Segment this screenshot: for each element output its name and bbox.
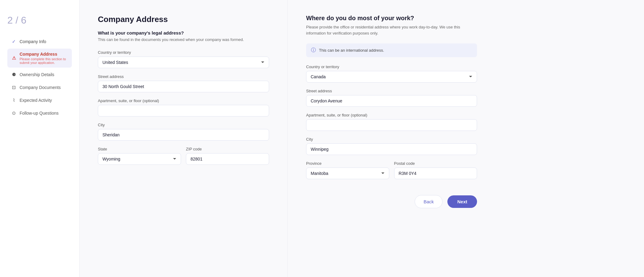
street-input[interactable]: [98, 81, 269, 92]
zip-input[interactable]: [186, 153, 269, 165]
back-button[interactable]: Back: [415, 195, 442, 208]
sidebar-item-company-documents[interactable]: ⊡Company Documents: [7, 82, 72, 93]
right-street-input[interactable]: [306, 95, 477, 107]
apt-label: Apartment, suite, or floor (optional): [98, 98, 269, 103]
right-apt-label: Apartment, suite, or floor (optional): [306, 113, 477, 117]
city-input[interactable]: [98, 129, 269, 141]
company-address-icon: ⚠: [11, 55, 17, 61]
right-country-label: Country or territory: [306, 65, 477, 69]
zip-group: ZIP code: [186, 147, 269, 165]
province-label: Province: [306, 161, 389, 166]
company-documents-label: Company Documents: [20, 85, 61, 90]
company-info-label: Company Info: [20, 39, 46, 44]
main-content: Company Address What is your company's l…: [80, 0, 644, 277]
ownership-details-label-group: Ownership Details: [20, 72, 54, 77]
form-subtitle: What is your company's legal address?: [98, 30, 269, 35]
country-label: Country or territory: [98, 50, 269, 55]
company-address-label-group: Company AddressPlease complete this sect…: [20, 52, 68, 65]
street-label: Street address: [98, 74, 269, 79]
right-country-select[interactable]: Canada: [306, 71, 477, 83]
company-documents-icon: ⊡: [11, 85, 17, 90]
info-icon: ⓘ: [311, 47, 316, 54]
next-button[interactable]: Next: [447, 195, 477, 208]
follow-up-questions-label: Follow-up Questions: [20, 111, 59, 116]
right-city-input[interactable]: [306, 143, 477, 155]
work-address-section: Where do you do most of your work? Pleas…: [287, 0, 495, 277]
ownership-details-icon: ⚈: [11, 72, 17, 77]
sidebar-item-follow-up-questions[interactable]: ⊙Follow-up Questions: [7, 107, 72, 119]
ownership-details-label: Ownership Details: [20, 72, 54, 77]
sidebar: 2 / 6 ✓Company Info⚠Company AddressPleas…: [0, 0, 80, 277]
right-street-label: Street address: [306, 89, 477, 93]
state-label: State: [98, 147, 181, 151]
info-text: This can be an international address.: [319, 48, 384, 53]
country-group: Country or territory United States: [98, 50, 269, 68]
city-group: City: [98, 123, 269, 141]
follow-up-questions-label-group: Follow-up Questions: [20, 111, 59, 116]
company-address-warning: Please complete this section to submit y…: [20, 57, 68, 65]
apt-input[interactable]: [98, 105, 269, 116]
company-info-label-group: Company Info: [20, 39, 46, 44]
country-select[interactable]: United States: [98, 57, 269, 68]
company-address-label: Company Address: [20, 52, 68, 57]
sidebar-item-company-address[interactable]: ⚠Company AddressPlease complete this sec…: [7, 49, 72, 68]
step-total: 6: [21, 15, 26, 26]
province-select[interactable]: Manitoba: [306, 168, 389, 179]
form-title: Company Address: [98, 15, 269, 24]
sidebar-item-ownership-details[interactable]: ⚈Ownership Details: [7, 69, 72, 80]
company-documents-label-group: Company Documents: [20, 85, 61, 90]
expected-activity-icon: ⌇: [11, 98, 17, 103]
postal-input[interactable]: [394, 168, 477, 179]
sidebar-item-expected-activity[interactable]: ⌇Expected Activity: [7, 94, 72, 106]
form-description: This can be found in the documents you r…: [98, 37, 269, 43]
sidebar-nav: ✓Company Info⚠Company AddressPlease comp…: [7, 36, 72, 119]
info-box: ⓘ This can be an international address.: [306, 43, 477, 57]
street-group: Street address: [98, 74, 269, 92]
province-postal-row: Province Manitoba Postal code: [306, 161, 477, 185]
step-current: 2: [7, 15, 13, 26]
state-zip-row: State Wyoming ZIP code: [98, 147, 269, 171]
state-select[interactable]: Wyoming: [98, 153, 181, 165]
sidebar-item-company-info[interactable]: ✓Company Info: [7, 36, 72, 47]
postal-group: Postal code: [394, 161, 477, 179]
right-panel-description: Please provide the office or residential…: [306, 24, 477, 36]
state-group: State Wyoming: [98, 147, 181, 165]
city-label: City: [98, 123, 269, 127]
follow-up-questions-icon: ⊙: [11, 110, 17, 116]
right-country-group: Country or territory Canada: [306, 65, 477, 83]
right-apt-group: Apartment, suite, or floor (optional): [306, 113, 477, 131]
apt-group: Apartment, suite, or floor (optional): [98, 98, 269, 116]
postal-label: Postal code: [394, 161, 477, 166]
zip-label: ZIP code: [186, 147, 269, 151]
company-address-section: Company Address What is your company's l…: [80, 0, 287, 277]
expected-activity-label-group: Expected Activity: [20, 98, 52, 103]
expected-activity-label: Expected Activity: [20, 98, 52, 103]
right-city-group: City: [306, 137, 477, 155]
step-counter: 2 / 6: [7, 15, 72, 26]
right-city-label: City: [306, 137, 477, 142]
right-apt-input[interactable]: [306, 119, 477, 131]
company-info-icon: ✓: [11, 39, 17, 44]
right-panel-title: Where do you do most of your work?: [306, 15, 477, 22]
actions-bar: Back Next: [306, 195, 477, 208]
province-group: Province Manitoba: [306, 161, 389, 179]
right-street-group: Street address: [306, 89, 477, 107]
